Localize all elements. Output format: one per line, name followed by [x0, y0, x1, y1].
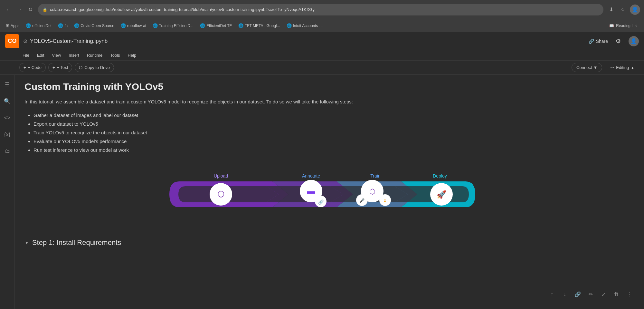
reading-list-button[interactable]: 📖 Reading List [606, 22, 641, 29]
add-code-button[interactable]: + + Code [19, 63, 46, 72]
cell-link-button[interactable]: 🔗 [573, 289, 583, 299]
menu-insert[interactable]: Insert [65, 52, 82, 59]
move-up-button[interactable]: ↑ [547, 289, 557, 299]
forward-button[interactable]: → [15, 5, 24, 14]
copy-drive-label: Copy to Drive [84, 65, 110, 70]
toolbar-right: Connect ▼ ✏ Editing ▲ [572, 63, 639, 72]
colab-logo: CO [5, 34, 19, 48]
content-area: Custom Training with YOLOv5 In this tuto… [15, 75, 644, 309]
notebook-header: CO ⊙ YOLOv5-Custom-Training.ipynb 🔗 Shar… [0, 32, 644, 50]
lock-icon: 🔒 [43, 7, 47, 12]
reload-button[interactable]: ↻ [26, 5, 35, 14]
bookmark-apps[interactable]: ⊞ Apps [3, 22, 22, 29]
globe-icon-1: 🌐 [26, 23, 31, 28]
menu-help[interactable]: Help [125, 52, 140, 59]
step1-collapse-icon[interactable]: ▼ [24, 240, 29, 245]
svg-text:⬡: ⬡ [369, 188, 375, 196]
header-actions: 🔗 Share ⚙ 👤 [589, 36, 639, 46]
svg-text:⬡: ⬡ [217, 189, 225, 199]
text-label: + Text [57, 65, 68, 70]
menu-view[interactable]: View [49, 52, 64, 59]
drive-icon: ⬡ [79, 65, 82, 70]
bookmark-roboflow[interactable]: 🌐 roboflow-ai [118, 22, 149, 29]
toolbar: + + Code + + Text ⬡ Copy to Drive Connec… [0, 61, 644, 75]
bookmark-fa[interactable]: 🌐 fa [55, 22, 70, 29]
bookmarks-bar: ⊞ Apps 🌐 efficientDet 🌐 fa 🌐 Covid Open … [0, 19, 644, 32]
svg-text:⠿: ⠿ [384, 198, 387, 203]
svg-text:Deploy: Deploy [433, 173, 447, 179]
settings-button[interactable]: ⚙ [613, 36, 623, 46]
pipeline-diagram: Upload Annotate Train Deploy ⬡ ▬ 🔗 [153, 162, 475, 227]
svg-text:🔗: 🔗 [318, 199, 324, 205]
cell-content: Custom Training with YOLOv5 In this tuto… [24, 81, 604, 252]
bookmark-covid[interactable]: 🌐 Covid Open Source [71, 22, 117, 29]
reading-list-label: Reading List [616, 24, 638, 28]
menu-tools[interactable]: Tools [107, 52, 123, 59]
connect-button[interactable]: Connect ▼ [572, 63, 602, 72]
copy-to-drive-button[interactable]: ⬡ Copy to Drive [75, 63, 114, 72]
cell-more-button[interactable]: ⋮ [624, 289, 634, 299]
reading-list-icon: 📖 [609, 24, 614, 28]
svg-text:Annotate: Annotate [302, 173, 320, 179]
sidebar-files-icon[interactable]: 🗂 [2, 146, 13, 157]
list-item: Train YOLOv5 to recognize the objects in… [33, 128, 604, 137]
steps-list: Gather a dataset of images and label our… [24, 111, 604, 154]
back-button[interactable]: ← [4, 5, 13, 14]
globe-icon-6: 🌐 [200, 23, 205, 28]
list-item: Evaluate our YOLOv5 model's performance [33, 137, 604, 146]
bookmark-efficientdet-tf[interactable]: 🌐 EfficientDet TF [197, 22, 234, 29]
globe-icon-7: 🌐 [238, 23, 243, 28]
bookmark-efficientdet[interactable]: 🌐 efficientDet [23, 22, 54, 29]
step1-title: Step 1: Install Requirements [32, 238, 121, 247]
address-bar[interactable]: 🔒 colab.research.google.com/github/robof… [38, 4, 603, 15]
connect-chevron-icon: ▼ [593, 65, 597, 70]
share-button[interactable]: 🔗 Share [589, 39, 608, 44]
account-avatar[interactable]: 👤 [629, 36, 639, 46]
svg-text:Train: Train [370, 173, 380, 179]
download-icon[interactable]: ⬇ [607, 5, 616, 14]
cell-edit-button[interactable]: ✏ [585, 289, 596, 299]
notebook-description: In this tutorial, we assemble a dataset … [24, 98, 604, 106]
connect-label: Connect [576, 65, 592, 70]
svg-text:▬: ▬ [307, 187, 315, 195]
sidebar-code-icon[interactable]: <> [2, 112, 13, 124]
plus-icon-code: + [24, 65, 26, 70]
list-item: Run test inference to view our model at … [33, 146, 604, 154]
step1-section: ▼ Step 1: Install Requirements [24, 233, 604, 252]
menu-edit[interactable]: Edit [34, 52, 47, 59]
globe-icon-8: 🌐 [287, 23, 292, 28]
menu-bar: File Edit View Insert Runtime Tools Help [0, 50, 644, 61]
globe-icon-4: 🌐 [121, 23, 126, 28]
svg-text:🎤: 🎤 [359, 198, 365, 203]
plus-icon-text: + [52, 65, 55, 70]
svg-text:🚀: 🚀 [437, 190, 446, 199]
bookmark-tft-meta[interactable]: 🌐 TFT META - Googl... [236, 22, 283, 29]
move-down-button[interactable]: ↓ [560, 289, 570, 299]
cell-delete-button[interactable]: 🗑 [611, 289, 621, 299]
left-sidebar: ☰ 🔍 <> {x} 🗂 [0, 75, 15, 309]
globe-icon-2: 🌐 [58, 23, 63, 28]
list-item: Export our dataset to YOLOv5 [33, 120, 604, 128]
github-icon: ⊙ [23, 38, 27, 44]
editing-button[interactable]: ✏ Editing ▲ [606, 63, 639, 72]
editing-label: Editing [616, 65, 629, 70]
add-text-button[interactable]: + + Text [48, 63, 72, 72]
apps-icon: ⊞ [6, 23, 9, 28]
bookmark-training[interactable]: 🌐 Training EfficientD... [150, 22, 196, 29]
chevron-up-icon: ▲ [631, 66, 634, 70]
bookmark-star-icon[interactable]: ☆ [618, 5, 627, 14]
url-text: colab.research.google.com/github/roboflo… [50, 7, 315, 12]
profile-avatar[interactable]: 👤 [630, 5, 640, 15]
sidebar-variables-icon[interactable]: {x} [2, 129, 13, 140]
sidebar-search-icon[interactable]: 🔍 [2, 95, 13, 107]
menu-runtime[interactable]: Runtime [84, 52, 106, 59]
menu-file[interactable]: File [19, 52, 33, 59]
bookmark-intuit[interactable]: 🌐 Intuit Accounts -... [284, 22, 326, 29]
list-item: Gather a dataset of images and label our… [33, 111, 604, 120]
share-label: Share [596, 39, 608, 44]
cell-fullscreen-button[interactable]: ⤢ [598, 289, 609, 299]
notebook-title: YOLOv5-Custom-Training.ipynb [30, 38, 108, 44]
globe-icon-5: 🌐 [153, 23, 158, 28]
sidebar-menu-icon[interactable]: ☰ [2, 79, 13, 90]
globe-icon-3: 🌐 [74, 23, 79, 28]
